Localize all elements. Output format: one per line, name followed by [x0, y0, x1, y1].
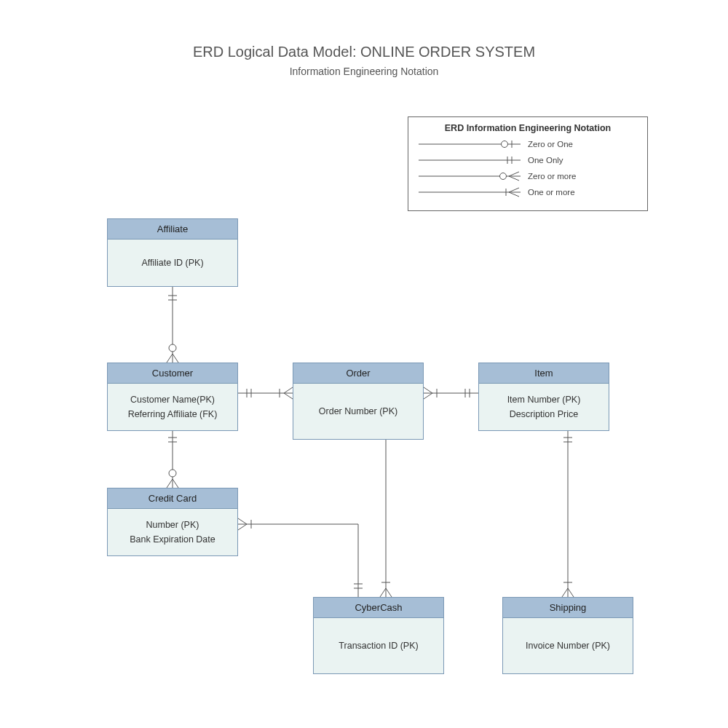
svg-line-19: [173, 354, 178, 363]
svg-line-12: [509, 188, 519, 192]
legend-row-one-or-more: One or more: [419, 186, 637, 199]
svg-line-29: [424, 393, 432, 399]
entity-attr: Order Number (PK): [301, 404, 416, 419]
svg-line-25: [284, 393, 293, 399]
entity-header: Credit Card: [108, 488, 237, 509]
entity-header: Shipping: [503, 598, 633, 618]
entity-attr: Referring Affiliate (FK): [115, 407, 230, 422]
entity-header: Customer: [108, 363, 237, 384]
entity-attr: Invoice Number (PK): [510, 638, 625, 653]
entity-body: Number (PK) Bank Expiration Date: [108, 509, 237, 555]
entity-body: Customer Name(PK) Referring Affiliate (F…: [108, 384, 237, 430]
entity-item: Item Item Number (PK) Description Price: [478, 363, 609, 431]
entity-body: Transaction ID (PK): [314, 618, 443, 673]
legend-box: ERD Information Engineering Notation Zer…: [408, 116, 648, 211]
svg-line-55: [562, 588, 568, 597]
entity-attr: Bank Expiration Date: [115, 532, 230, 547]
svg-point-35: [169, 470, 176, 477]
diagram-title: ERD Logical Data Model: ONLINE ORDER SYS…: [0, 44, 728, 60]
entity-attr: Affiliate ID (PK): [115, 256, 230, 270]
entity-order: Order Order Number (PK): [293, 363, 424, 440]
svg-line-28: [424, 387, 432, 393]
entity-body: Item Number (PK) Description Price: [479, 384, 609, 430]
legend-symbol-zero-or-one: [419, 138, 521, 151]
entity-attr: Item Number (PK): [486, 392, 601, 407]
entity-shipping: Shipping Invoice Number (PK): [502, 597, 633, 674]
legend-row-one-only: One Only: [419, 154, 637, 167]
svg-point-17: [169, 344, 176, 352]
legend-label: Zero or more: [528, 172, 576, 181]
legend-label: One or more: [528, 188, 575, 197]
svg-line-24: [284, 387, 293, 393]
entity-attr: Description Price: [486, 407, 601, 422]
svg-line-41: [238, 518, 247, 524]
svg-line-8: [509, 172, 519, 176]
entity-header: CyberCash: [314, 598, 443, 618]
svg-line-50: [386, 588, 392, 597]
legend-label: One Only: [528, 156, 563, 165]
entity-affiliate: Affiliate Affiliate ID (PK): [107, 218, 238, 287]
svg-point-7: [500, 173, 507, 180]
legend-row-zero-or-more: Zero or more: [419, 170, 637, 183]
entity-body: Invoice Number (PK): [503, 618, 633, 673]
svg-line-37: [173, 479, 178, 488]
entity-body: Affiliate ID (PK): [108, 240, 237, 286]
entity-body: Order Number (PK): [293, 384, 423, 439]
svg-line-13: [509, 192, 519, 197]
entity-attr: Number (PK): [115, 518, 230, 532]
entity-creditcard: Credit Card Number (PK) Bank Expiration …: [107, 488, 238, 556]
entity-attr: Customer Name(PK): [115, 392, 230, 407]
svg-line-42: [238, 524, 247, 530]
entity-header: Affiliate: [108, 219, 237, 240]
erd-canvas: ERD Logical Data Model: ONLINE ORDER SYS…: [0, 0, 728, 728]
svg-line-36: [167, 479, 173, 488]
entity-customer: Customer Customer Name(PK) Referring Aff…: [107, 363, 238, 431]
svg-point-1: [502, 141, 508, 148]
legend-symbol-zero-or-more: [419, 170, 521, 183]
entity-header: Item: [479, 363, 609, 384]
entity-attr: Transaction ID (PK): [321, 638, 436, 653]
legend-row-zero-or-one: Zero or One: [419, 138, 637, 151]
diagram-subtitle: Information Engineering Notation: [0, 66, 728, 77]
svg-line-56: [568, 588, 574, 597]
svg-line-49: [380, 588, 386, 597]
entity-cybercash: CyberCash Transaction ID (PK): [313, 597, 444, 674]
svg-line-18: [167, 354, 173, 363]
legend-label: Zero or One: [528, 140, 573, 149]
entity-header: Order: [293, 363, 423, 384]
legend-symbol-one-only: [419, 154, 521, 167]
svg-line-9: [509, 176, 519, 181]
legend-title: ERD Information Engineering Notation: [419, 123, 637, 133]
legend-symbol-one-or-more: [419, 186, 521, 199]
